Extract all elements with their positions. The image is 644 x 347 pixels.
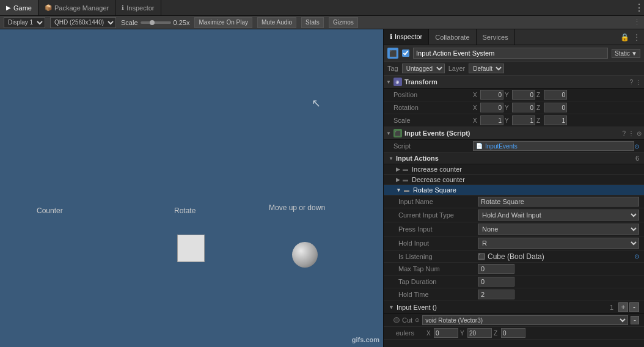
hold-input-select[interactable]: R <box>478 238 639 249</box>
script-help-icon[interactable]: ? <box>622 130 626 137</box>
input-name-input[interactable] <box>478 197 639 206</box>
rotation-value: X Y Z <box>473 103 639 112</box>
scale-y-input[interactable] <box>512 115 535 125</box>
input-event-add-button[interactable]: + <box>618 302 628 312</box>
is-listening-label: Is Listening <box>398 253 478 260</box>
tree-item-decrease[interactable]: ▶ ▬ Decrease counter <box>384 175 644 185</box>
lock-icon[interactable]: 🔒 <box>620 33 629 42</box>
tree-item-rotate[interactable]: ▼ ▬ Rotate Square <box>384 185 644 195</box>
pos-y-input[interactable] <box>512 90 535 100</box>
resolution-select[interactable]: QHD (2560x1440) <box>50 17 116 28</box>
press-input-select[interactable]: None <box>478 224 639 235</box>
tab-inspector-left[interactable]: ℹ Inspector <box>115 0 161 15</box>
max-tap-num-input[interactable] <box>478 264 514 274</box>
stats-button[interactable]: Stats <box>301 17 324 28</box>
script-component-header[interactable]: ▼ ⬛ Input Events (Script) ? ⋮ ⊙ <box>384 127 644 140</box>
rot-z-input[interactable] <box>544 103 567 112</box>
current-input-type-label: Current Input Type <box>398 211 478 219</box>
scale-control: Scale 0.25x <box>121 19 189 26</box>
euler-x-input[interactable] <box>434 328 458 338</box>
tab-game[interactable]: ▶ Game <box>0 0 38 15</box>
script-icon: ⬛ <box>393 129 402 137</box>
input-name-value-container <box>478 197 639 206</box>
cut-circle2-icon: ⊙ <box>415 317 420 323</box>
input-event-remove-button[interactable]: - <box>629 302 639 312</box>
layer-select[interactable]: Default <box>469 64 504 73</box>
tree-item-increase[interactable]: ▶ ▬ Increase counter <box>384 164 644 175</box>
script-link-icon[interactable]: ⊙ <box>637 130 642 137</box>
rotate-label: Rotate Square <box>413 186 456 194</box>
static-badge[interactable]: Static ▼ <box>612 49 640 58</box>
pos-y-label: Y <box>505 92 511 98</box>
hold-input-value: R <box>478 238 639 249</box>
transform-help-icon[interactable]: ? <box>629 79 633 86</box>
press-input-row: Press Input None <box>384 222 644 236</box>
script-settings-icon[interactable]: ⋮ <box>628 130 634 137</box>
tab-collaborate[interactable]: Collaborate <box>429 29 476 45</box>
tab-package-manager[interactable]: 📦 Package Manager <box>38 0 115 15</box>
display-select[interactable]: Display 1 <box>4 17 45 28</box>
package-icon: 📦 <box>45 4 52 11</box>
position-label: Position <box>393 91 473 98</box>
maximize-on-play-button[interactable]: Maximize On Play <box>194 17 252 28</box>
gizmos-button[interactable]: Gizmos <box>329 17 358 28</box>
hold-input-row: Hold Input R <box>384 236 644 250</box>
gameobject-active-checkbox[interactable] <box>402 49 409 57</box>
script-link-icon2[interactable]: ⊙ <box>634 143 639 150</box>
game-viewport[interactable]: ↖ Counter Rotate Move up or down gifs.co… <box>0 29 383 347</box>
gameobject-name-input[interactable] <box>413 48 608 59</box>
script-field-label: Script <box>393 142 473 150</box>
rot-y-input[interactable] <box>512 103 535 112</box>
input-name-label: Input Name <box>398 198 478 205</box>
tap-duration-input[interactable] <box>478 277 514 287</box>
transform-icon: ⊕ <box>393 78 402 86</box>
pos-x-input[interactable] <box>480 90 503 100</box>
inspector-tab-icons: 🔒 ⋮ <box>620 33 644 42</box>
pos-z-input[interactable] <box>544 90 567 100</box>
counter-label: Counter <box>37 206 63 215</box>
mute-audio-button[interactable]: Mute Audio <box>257 17 296 28</box>
hold-time-input[interactable] <box>478 290 514 299</box>
decrease-bar: ▬ <box>403 177 408 183</box>
scale-row: Scale X Y Z <box>384 114 644 127</box>
cut-function-select[interactable]: void Rotate (Vector3) <box>422 315 628 325</box>
tab-services[interactable]: Services <box>477 29 515 45</box>
input-event-header: ▼ Input Event () 1 + - <box>384 301 644 314</box>
main-layout: ↖ Counter Rotate Move up or down gifs.co… <box>0 29 644 347</box>
tag-select[interactable]: Untagged <box>402 64 445 73</box>
rot-x-label: X <box>473 104 479 111</box>
eulers-label: eulers <box>396 329 426 337</box>
inspector-overflow-icon[interactable]: ⋮ <box>633 33 640 42</box>
tab-inspector[interactable]: ℹ Inspector <box>384 29 429 45</box>
script-file-icon: 📄 <box>476 143 483 149</box>
transform-component-header[interactable]: ▼ ⊕ Transform ? ⋮ <box>384 76 644 89</box>
euler-z-field: Z <box>494 328 525 338</box>
script-filename: InputEvents <box>485 143 518 150</box>
euler-z-input[interactable] <box>501 328 525 338</box>
inspector-left-icon: ℹ <box>122 4 124 11</box>
input-name-row: Input Name <box>384 195 644 208</box>
euler-z-label: Z <box>494 330 500 337</box>
increase-arrow: ▶ <box>396 166 400 172</box>
scale-slider[interactable] <box>141 21 171 24</box>
is-listening-link-icon[interactable]: ⊙ <box>634 253 639 260</box>
toolbar-overflow-menu[interactable]: ⋮ <box>634 18 640 26</box>
transform-settings-icon[interactable]: ⋮ <box>635 79 642 86</box>
script-arrow: ▼ <box>386 131 391 136</box>
rot-z-label: Z <box>536 104 543 111</box>
transform-label: Transform <box>404 78 628 86</box>
tab-inspector-left-label: Inspector <box>126 4 154 12</box>
press-input-label: Press Input <box>398 225 478 233</box>
current-input-type-select[interactable]: Hold And Wait Input <box>478 210 639 221</box>
tabs-overflow-menu[interactable]: ⋮ <box>634 2 644 13</box>
tap-duration-value <box>478 277 639 287</box>
rotation-row: Rotation X Y Z <box>384 101 644 114</box>
rot-x-input[interactable] <box>480 103 503 112</box>
script-field-value[interactable]: 📄 InputEvents <box>473 141 634 151</box>
cut-remove-button[interactable]: - <box>631 316 639 324</box>
euler-y-input[interactable] <box>467 328 492 338</box>
services-tab-label: Services <box>483 34 508 41</box>
scale-z-input[interactable] <box>544 115 567 125</box>
scale-x-input[interactable] <box>480 115 503 125</box>
scale-label: Scale <box>121 19 138 26</box>
